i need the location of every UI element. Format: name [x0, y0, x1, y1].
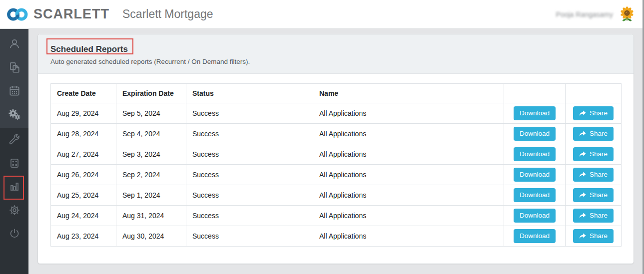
sidebar-item-services[interactable]	[0, 102, 28, 126]
user-name: Pooja Rangasamy	[556, 10, 613, 18]
column-header: Status	[186, 84, 313, 103]
scarlett-rings-icon	[6, 6, 29, 22]
sidebar-item-tools[interactable]	[0, 128, 28, 151]
column-header	[504, 84, 566, 103]
create-date-cell: Aug 24, 2024	[51, 206, 116, 226]
sidebar	[0, 29, 28, 274]
wrench-icon	[8, 133, 21, 146]
power-icon	[8, 227, 21, 240]
share-button[interactable]: Share	[573, 229, 614, 244]
create-date-cell: Aug 25, 2024	[51, 185, 116, 206]
download-button[interactable]: Download	[514, 188, 556, 203]
sidebar-item-documents[interactable]	[0, 55, 28, 79]
sidebar-item-logout[interactable]	[0, 222, 28, 245]
create-date-cell: Aug 23, 2024	[51, 226, 116, 247]
status-cell: Success	[186, 144, 313, 165]
download-cell: Download	[504, 165, 566, 185]
sidebar-item-reports[interactable]	[0, 175, 28, 198]
share-button[interactable]: Share	[573, 209, 614, 223]
name-cell: All Applications	[313, 144, 504, 165]
expiration-date-cell: Sep 2, 2024	[116, 165, 186, 185]
column-header: Create Date	[51, 84, 116, 103]
share-arrow-icon	[579, 131, 586, 137]
share-cell: Share	[566, 226, 622, 247]
brand-text: SCARLETT	[33, 6, 109, 22]
share-button-label: Share	[590, 109, 608, 118]
share-button[interactable]: Share	[573, 168, 614, 182]
page-title: Scheduled Reports	[50, 44, 621, 54]
download-cell: Download	[504, 103, 566, 124]
share-button[interactable]: Share	[573, 127, 614, 141]
table-row: Aug 29, 2024Sep 5, 2024SuccessAll Applic…	[51, 103, 622, 124]
card-body: Create DateExpiration DateStatusName Aug…	[38, 74, 634, 256]
status-cell: Success	[186, 206, 313, 226]
share-cell: Share	[566, 144, 622, 165]
sidebar-top-section	[0, 29, 28, 128]
share-button[interactable]: Share	[573, 147, 614, 162]
download-cell: Download	[504, 206, 566, 226]
status-cell: Success	[186, 124, 313, 144]
download-cell: Download	[504, 144, 566, 165]
download-button[interactable]: Download	[514, 229, 556, 244]
column-header: Name	[313, 84, 504, 103]
table-row: Aug 27, 2024Sep 3, 2024SuccessAll Applic…	[51, 144, 622, 165]
expiration-date-cell: Sep 5, 2024	[116, 103, 186, 124]
scarlett-logo: SCARLETT	[6, 6, 109, 22]
share-arrow-icon	[579, 213, 586, 219]
download-cell: Download	[504, 185, 566, 206]
expiration-date-cell: Sep 4, 2024	[116, 124, 186, 144]
column-header	[566, 84, 622, 103]
name-cell: All Applications	[313, 206, 504, 226]
expiration-date-cell: Aug 31, 2024	[116, 206, 186, 226]
download-button[interactable]: Download	[514, 127, 556, 141]
card-header: Scheduled Reports Auto generated schedul…	[38, 34, 634, 74]
calculator-icon	[8, 157, 21, 170]
sidebar-item-calculator[interactable]	[0, 151, 28, 175]
download-button[interactable]: Download	[514, 168, 556, 182]
share-cell: Share	[566, 165, 622, 185]
sidebar-item-users[interactable]	[0, 32, 28, 55]
table-row: Aug 25, 2024Sep 1, 2024SuccessAll Applic…	[51, 185, 622, 206]
share-cell: Share	[566, 103, 622, 124]
status-cell: Success	[186, 165, 313, 185]
expiration-date-cell: Sep 1, 2024	[116, 185, 186, 206]
share-arrow-icon	[579, 233, 586, 239]
expiration-date-cell: Aug 30, 2024	[116, 226, 186, 247]
share-button-label: Share	[590, 232, 608, 241]
scheduled-reports-card: Scheduled Reports Auto generated schedul…	[37, 34, 634, 264]
name-cell: All Applications	[313, 185, 504, 206]
bar-chart-icon	[8, 180, 21, 193]
name-cell: All Applications	[313, 226, 504, 247]
create-date-cell: Aug 26, 2024	[51, 165, 116, 185]
status-cell: Success	[186, 226, 313, 247]
download-button[interactable]: Download	[514, 209, 556, 223]
share-button[interactable]: Share	[573, 188, 614, 203]
reports-table-head-row: Create DateExpiration DateStatusName	[51, 84, 622, 103]
share-cell: Share	[566, 124, 622, 144]
share-button[interactable]: Share	[573, 106, 614, 121]
download-cell: Download	[504, 226, 566, 247]
share-button-label: Share	[590, 212, 608, 220]
share-arrow-icon	[579, 172, 586, 178]
download-button[interactable]: Download	[514, 147, 556, 162]
name-cell: All Applications	[313, 103, 504, 124]
sidebar-item-calendar[interactable]	[0, 79, 28, 102]
avatar[interactable]	[619, 6, 635, 22]
status-cell: Success	[186, 103, 313, 124]
name-cell: All Applications	[313, 124, 504, 144]
table-row: Aug 28, 2024Sep 4, 2024SuccessAll Applic…	[51, 124, 622, 144]
documents-icon	[8, 61, 21, 74]
status-cell: Success	[186, 185, 313, 206]
share-button-label: Share	[590, 150, 608, 159]
share-button-label: Share	[590, 171, 608, 179]
user-area[interactable]: Pooja Rangasamy	[556, 6, 635, 22]
download-button[interactable]: Download	[514, 106, 556, 121]
settings-icon	[8, 204, 21, 217]
share-button-label: Share	[590, 191, 608, 200]
sidebar-item-settings[interactable]	[0, 198, 28, 222]
download-cell: Download	[504, 124, 566, 144]
page-subtitle: Auto generated scheduled reports (Recurr…	[50, 58, 621, 65]
name-cell: All Applications	[313, 165, 504, 185]
share-cell: Share	[566, 185, 622, 206]
share-cell: Share	[566, 206, 622, 226]
